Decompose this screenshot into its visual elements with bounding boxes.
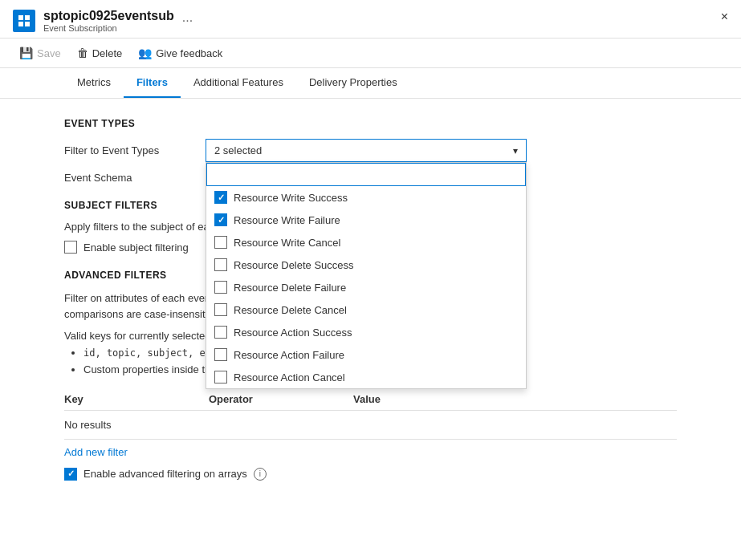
feedback-button[interactable]: 👥 Give feedback: [132, 43, 229, 63]
list-item-write-cancel[interactable]: Resource Write Cancel: [206, 231, 526, 254]
item-label-write-success: Resource Write Success: [234, 192, 348, 204]
filter-table-header: Key Operator Value: [64, 388, 677, 411]
title-text-group: sptopic0925eventsub Event Subscription: [43, 8, 174, 33]
enable-subject-filtering-checkbox[interactable]: [64, 241, 77, 254]
list-item-write-failure[interactable]: Resource Write Failure: [206, 209, 526, 231]
tabs-container: Metrics Filters Additional Features Deli…: [0, 68, 741, 99]
checkbox-write-cancel[interactable]: [214, 236, 227, 249]
item-label-write-cancel: Resource Write Cancel: [234, 237, 340, 249]
checkbox-action-cancel[interactable]: [214, 371, 227, 383]
list-item-write-success[interactable]: Resource Write Success: [206, 186, 526, 209]
list-item-action-success[interactable]: Resource Action Success: [206, 321, 526, 343]
dropdown-search-input[interactable]: [206, 163, 526, 186]
resource-title: sptopic0925eventsub: [43, 8, 174, 23]
filter-event-types-row: Filter to Event Types 2 selected ▾ Resou…: [64, 139, 677, 162]
save-button[interactable]: 💾 Save: [13, 43, 67, 63]
title-bar: sptopic0925eventsub Event Subscription ·…: [0, 0, 741, 39]
tab-filters[interactable]: Filters: [124, 68, 181, 98]
item-label-action-failure: Resource Action Failure: [234, 349, 344, 361]
no-results-message: No results: [64, 411, 677, 440]
item-label-delete-success: Resource Delete Success: [234, 259, 354, 271]
checkbox-write-success[interactable]: [214, 191, 227, 204]
save-icon: 💾: [19, 47, 33, 59]
item-label-action-success: Resource Action Success: [234, 327, 352, 339]
more-options-button[interactable]: ···: [182, 14, 193, 28]
checkbox-action-success[interactable]: [214, 326, 227, 339]
event-types-heading: EVENT TYPES: [64, 118, 677, 129]
enable-advanced-filtering-checkbox[interactable]: [64, 468, 77, 481]
toolbar: 💾 Save 🗑 Delete 👥 Give feedback: [0, 39, 741, 68]
column-operator-header: Operator: [209, 393, 353, 405]
event-types-dropdown-container: 2 selected ▾ Resource Write Success Reso…: [206, 139, 527, 162]
tabs: Metrics Filters Additional Features Deli…: [64, 68, 677, 98]
event-types-dropdown[interactable]: 2 selected ▾: [206, 139, 527, 162]
event-types-dropdown-panel: Resource Write Success Resource Write Fa…: [206, 162, 527, 389]
main-content: EVENT TYPES Filter to Event Types 2 sele…: [0, 99, 741, 554]
svg-rect-3: [25, 22, 30, 26]
resource-subtitle: Event Subscription: [43, 23, 174, 33]
enable-advanced-filtering-label: Enable advanced filtering on arrays: [83, 468, 247, 480]
svg-rect-1: [25, 15, 30, 20]
list-item-delete-success[interactable]: Resource Delete Success: [206, 254, 526, 276]
enable-subject-filtering-label: Enable subject filtering: [83, 241, 189, 254]
list-item-action-failure[interactable]: Resource Action Failure: [206, 343, 526, 366]
tab-additional-features[interactable]: Additional Features: [181, 68, 296, 98]
delete-icon: 🗑: [77, 47, 88, 59]
feedback-icon: 👥: [138, 47, 152, 59]
column-value-header: Value: [353, 393, 677, 405]
list-item-action-cancel[interactable]: Resource Action Cancel: [206, 366, 526, 388]
checkbox-delete-failure[interactable]: [214, 281, 227, 294]
svg-rect-0: [18, 15, 23, 20]
event-schema-label: Event Schema: [64, 172, 193, 184]
item-label-write-failure: Resource Write Failure: [234, 214, 340, 226]
checkbox-delete-success[interactable]: [214, 258, 227, 271]
delete-button[interactable]: 🗑 Delete: [71, 43, 129, 63]
filter-event-types-label: Filter to Event Types: [64, 144, 193, 156]
info-icon[interactable]: i: [254, 468, 267, 481]
tab-delivery-properties[interactable]: Delivery Properties: [296, 68, 410, 98]
list-item-delete-cancel[interactable]: Resource Delete Cancel: [206, 298, 526, 321]
app-icon: [13, 10, 35, 32]
checkbox-write-failure[interactable]: [214, 213, 227, 226]
checkbox-delete-cancel[interactable]: [214, 303, 227, 316]
advanced-filters-desc2: comparisons are case-insensitive.: [64, 308, 222, 320]
item-label-delete-cancel: Resource Delete Cancel: [234, 304, 347, 316]
chevron-down-icon: ▾: [513, 145, 518, 156]
list-item-delete-failure[interactable]: Resource Delete Failure: [206, 276, 526, 298]
checkbox-action-failure[interactable]: [214, 348, 227, 361]
dropdown-selected-text: 2 selected: [214, 144, 262, 156]
item-label-action-cancel: Resource Action Cancel: [234, 371, 345, 383]
tab-metrics[interactable]: Metrics: [64, 68, 124, 98]
close-button[interactable]: ×: [721, 10, 728, 24]
enable-advanced-row: Enable advanced filtering on arrays i: [64, 468, 677, 481]
item-label-delete-failure: Resource Delete Failure: [234, 282, 346, 294]
event-types-section: EVENT TYPES Filter to Event Types 2 sele…: [64, 118, 677, 184]
svg-rect-2: [18, 22, 23, 26]
add-new-filter-link[interactable]: Add new filter: [64, 446, 128, 458]
column-key-header: Key: [64, 393, 209, 405]
